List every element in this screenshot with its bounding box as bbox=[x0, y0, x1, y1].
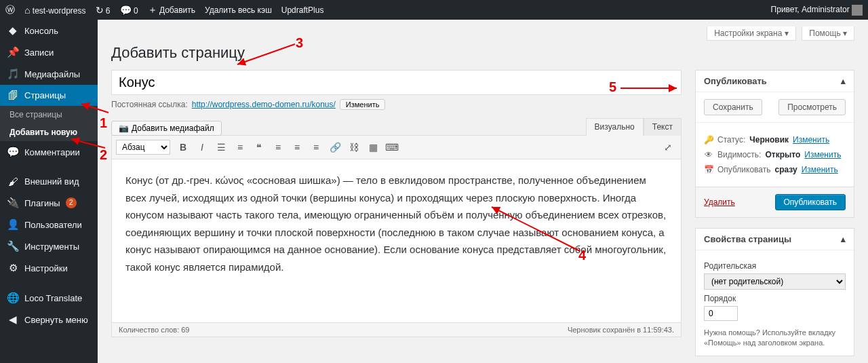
fullscreen-button[interactable]: ⤢ bbox=[659, 138, 677, 156]
tools-icon: 🔧 bbox=[7, 240, 19, 252]
menu-dashboard[interactable]: ◆Консоль bbox=[0, 20, 98, 41]
appearance-icon: 🖌 bbox=[7, 176, 19, 187]
menu-loco[interactable]: 🌐Loco Translate bbox=[0, 287, 98, 309]
camera-icon: 📷 bbox=[119, 123, 129, 133]
menu-comments[interactable]: 💬Комментарии bbox=[0, 141, 98, 163]
menu-media[interactable]: 🎵Медиафайлы bbox=[0, 63, 98, 85]
save-draft-button[interactable]: Сохранить bbox=[704, 99, 762, 115]
comments-link[interactable]: 💬 0 bbox=[120, 5, 138, 16]
quote-button[interactable]: ❝ bbox=[250, 138, 268, 156]
settings-icon: ⚙ bbox=[7, 262, 19, 274]
tab-text[interactable]: Текст bbox=[644, 118, 682, 136]
format-select[interactable]: Абзац bbox=[116, 140, 170, 155]
permalink-edit-button[interactable]: Изменить bbox=[340, 99, 386, 110]
collapse-icon: ◀ bbox=[7, 313, 19, 326]
users-icon: 👤 bbox=[7, 218, 19, 231]
ol-button[interactable]: ≡ bbox=[231, 138, 249, 156]
avatar bbox=[852, 5, 863, 16]
link-button[interactable]: 🔗 bbox=[326, 138, 344, 156]
tab-visual[interactable]: Визуально bbox=[586, 118, 644, 136]
comments-icon: 💬 bbox=[7, 146, 19, 158]
main-content: Настройки экрана ▾ Помощь ▾ Добавить стр… bbox=[98, 20, 868, 363]
wp-logo-icon[interactable]: ⓦ bbox=[5, 4, 15, 16]
editor-box: Абзац B I ☰ ≡ ❝ ≡ ≡ ≡ 🔗 ⛓ ▦ ⌨ ⤢ Конус (о… bbox=[111, 135, 682, 337]
add-new-link[interactable]: ＋ Добавить bbox=[148, 4, 195, 16]
submenu-add-page[interactable]: Добавить новую bbox=[0, 123, 98, 141]
edit-status-link[interactable]: Изменить bbox=[793, 135, 829, 145]
dashboard-icon: ◆ bbox=[7, 24, 19, 37]
unlink-button[interactable]: ⛓ bbox=[345, 138, 363, 156]
edit-schedule-link[interactable]: Изменить bbox=[802, 165, 838, 174]
post-title-input[interactable] bbox=[111, 70, 682, 95]
permalink-label: Постоянная ссылка: bbox=[111, 100, 188, 109]
plugins-icon: 🔌 bbox=[7, 197, 19, 209]
parent-label: Родительская bbox=[704, 261, 846, 271]
permalink-row: Постоянная ссылка: http://wordpress.demo… bbox=[111, 99, 682, 110]
submenu-all-pages[interactable]: Все страницы bbox=[0, 106, 98, 123]
posts-icon: 📌 bbox=[7, 46, 19, 58]
more-button[interactable]: ▦ bbox=[364, 138, 382, 156]
menu-posts[interactable]: 📌Записи bbox=[0, 41, 98, 63]
toggle-icon[interactable]: ▴ bbox=[841, 234, 846, 244]
page-attributes-metabox: Свойства страницы▴ Родительская (нет род… bbox=[695, 228, 854, 356]
eye-icon: 👁 bbox=[704, 150, 713, 159]
ul-button[interactable]: ☰ bbox=[212, 138, 230, 156]
toggle-icon[interactable]: ▴ bbox=[841, 76, 846, 86]
menu-collapse[interactable]: ◀Свернуть меню bbox=[0, 309, 98, 330]
align-left-button[interactable]: ≡ bbox=[269, 138, 287, 156]
save-status: Черновик сохранён в 11:59:43. bbox=[568, 326, 674, 334]
admin-bar: ⓦ ⌂ test-wordpress ↻ 6 💬 0 ＋ Добавить Уд… bbox=[0, 0, 868, 20]
order-input[interactable] bbox=[704, 306, 738, 321]
order-label: Порядок bbox=[704, 294, 846, 303]
preview-button[interactable]: Просмотреть bbox=[778, 99, 846, 115]
menu-pages[interactable]: 🗐Страницы bbox=[0, 85, 98, 106]
screen-options-button[interactable]: Настройки экрана ▾ bbox=[707, 26, 796, 41]
updates-link[interactable]: ↻ 6 bbox=[96, 5, 111, 16]
plugins-badge: 2 bbox=[66, 197, 77, 208]
attrs-heading[interactable]: Свойства страницы▴ bbox=[696, 229, 854, 250]
align-center-button[interactable]: ≡ bbox=[288, 138, 306, 156]
parent-select[interactable]: (нет родительской) bbox=[704, 273, 846, 290]
clear-cache-link[interactable]: Удалить весь кэш bbox=[205, 5, 272, 15]
menu-plugins[interactable]: 🔌Плагины 2 bbox=[0, 192, 98, 214]
pages-icon: 🗐 bbox=[7, 90, 19, 101]
calendar-icon: 📅 bbox=[704, 165, 713, 174]
publish-button[interactable]: Опубликовать bbox=[775, 194, 846, 210]
add-media-button[interactable]: 📷Добавить медиафайл bbox=[111, 121, 222, 136]
menu-appearance[interactable]: 🖌Внешний вид bbox=[0, 171, 98, 192]
loco-icon: 🌐 bbox=[7, 292, 19, 304]
attrs-help: Нужна помощь? Используйте вкладку «Помощ… bbox=[704, 328, 846, 349]
help-button[interactable]: Помощь ▾ bbox=[802, 26, 854, 41]
menu-tools[interactable]: 🔧Инструменты bbox=[0, 235, 98, 257]
greeting-link[interactable]: Привет, Administrator bbox=[771, 5, 863, 16]
align-right-button[interactable]: ≡ bbox=[307, 138, 325, 156]
bold-button[interactable]: B bbox=[174, 138, 192, 156]
admin-sidemenu: ◆Консоль 📌Записи 🎵Медиафайлы 🗐Страницы В… bbox=[0, 20, 98, 363]
updraft-link[interactable]: UpdraftPlus bbox=[281, 5, 324, 15]
delete-link[interactable]: Удалить bbox=[704, 197, 735, 207]
menu-users[interactable]: 👤Пользователи bbox=[0, 214, 98, 235]
publish-metabox: Опубликовать▴ Сохранить Просмотреть 🔑Ста… bbox=[695, 70, 854, 218]
publish-heading[interactable]: Опубликовать▴ bbox=[696, 71, 854, 92]
edit-visibility-link[interactable]: Изменить bbox=[804, 150, 841, 159]
word-count: Количество слов: 69 bbox=[119, 326, 190, 334]
editor-body[interactable]: Конус (от др.-греч. κώνος «сосновая шишк… bbox=[112, 159, 681, 322]
key-icon: 🔑 bbox=[704, 135, 713, 145]
menu-settings[interactable]: ⚙Настройки bbox=[0, 257, 98, 279]
page-title: Добавить страницу bbox=[111, 44, 854, 62]
permalink-url[interactable]: http://wordpress.demo-domen.ru/konus/ bbox=[192, 100, 336, 109]
media-icon: 🎵 bbox=[7, 68, 19, 80]
keyboard-button[interactable]: ⌨ bbox=[383, 138, 401, 156]
editor-toolbar: Абзац B I ☰ ≡ ❝ ≡ ≡ ≡ 🔗 ⛓ ▦ ⌨ ⤢ bbox=[112, 136, 681, 159]
site-name-link[interactable]: ⌂ test-wordpress bbox=[24, 5, 86, 16]
italic-button[interactable]: I bbox=[193, 138, 211, 156]
